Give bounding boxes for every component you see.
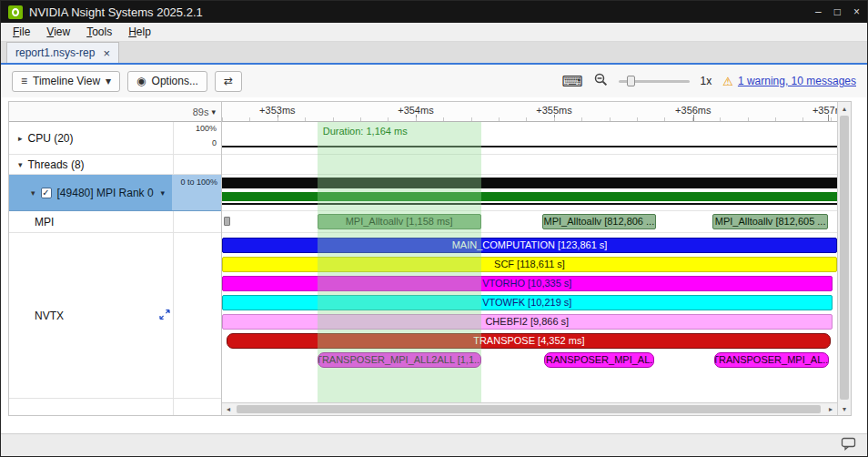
tab-label: report1.nsys-rep — [15, 46, 95, 59]
nvtx-transposer-bar[interactable]: TRANSPOSER_MPI_AL... — [714, 352, 829, 368]
mpi-alltoallv-bar[interactable]: MPI_Alltoallv [812,605 ... — [712, 214, 827, 229]
menu-view[interactable]: View — [38, 24, 78, 40]
mpi-alltoallv-bar[interactable]: MPI_Alltoallv [812,806 ... — [542, 214, 655, 229]
close-button[interactable]: × — [853, 5, 860, 18]
messages-link[interactable]: 1 warning, 10 messages — [738, 75, 856, 87]
duration-label: 89s — [193, 107, 209, 117]
options-icon: ◉ — [136, 75, 146, 87]
options-label: Options... — [152, 75, 198, 87]
scroll-down-icon[interactable]: ▾ — [838, 402, 851, 415]
zoom-slider-thumb[interactable] — [627, 76, 635, 86]
timeline-view: 89s ▾ ▸ CPU (20) 100% 0 ▾ Threads (8) ▾ … — [8, 101, 852, 416]
menu-help[interactable]: Help — [120, 24, 159, 40]
rank-options-caret-icon[interactable]: ▾ — [161, 188, 166, 198]
nvtx-transposer-bar[interactable]: TRANSPOSER_MPI_ALL2ALL [1,1... — [318, 352, 481, 368]
row-cpu[interactable]: ▸ CPU (20) 100% 0 — [9, 122, 221, 155]
nvtx-transposer-bar[interactable]: TRANSPOSER_MPI_AL... — [544, 352, 653, 368]
horizontal-scrollbar[interactable]: ◂ ▸ — [222, 402, 837, 415]
vertical-scrollbar[interactable]: ▴ ▾ — [837, 102, 851, 415]
mpi-event-small[interactable] — [224, 217, 230, 226]
nvidia-logo-icon — [8, 5, 23, 19]
horizontal-scrollbar-thumb[interactable] — [237, 405, 821, 413]
tab-bar: report1.nsys-rep × — [1, 42, 867, 65]
rank-scale: 0 to 100% — [172, 175, 221, 210]
scroll-left-icon[interactable]: ◂ — [222, 403, 235, 415]
nvtx-scf-bar[interactable]: SCF [118,611 s] — [222, 257, 837, 272]
nvtx-vtorho-bar[interactable]: VTORHO [10,335 s] — [222, 276, 833, 291]
row-mpi-rank[interactable]: ▾ ✓ [49480] MPI Rank 0 ▾ 0 to 100% — [9, 175, 221, 211]
chevron-down-icon: ▾ — [106, 75, 111, 87]
scroll-right-icon[interactable]: ▸ — [824, 403, 837, 415]
row-threads[interactable]: ▾ Threads (8) — [9, 155, 221, 175]
nvtx-expand-icon[interactable] — [159, 309, 170, 322]
view-selector-dropdown[interactable]: ≡ Timeline View ▾ — [12, 71, 120, 92]
view-selector-label: Timeline View — [33, 75, 100, 87]
tab-report[interactable]: report1.nsys-rep × — [6, 42, 119, 63]
zoom-out-icon[interactable] — [594, 73, 608, 90]
nvtx-vtowfk-bar[interactable]: VTOWFK [10,219 s] — [222, 295, 833, 310]
status-bar — [1, 433, 867, 456]
vertical-scrollbar-thumb[interactable] — [840, 116, 849, 400]
expand-arrow-icon[interactable]: ▸ — [18, 134, 23, 143]
scroll-up-icon[interactable]: ▴ — [838, 102, 851, 115]
rank-cpu-usage-bar — [222, 178, 837, 188]
collapse-arrow-icon[interactable]: ▾ — [31, 188, 35, 198]
zoom-level-label: 1x — [701, 75, 712, 87]
cpu-utilization-sparkline — [222, 146, 837, 147]
cpu-scale-min: 0 — [212, 138, 217, 147]
app-window: NVIDIA Nsight Systems 2025.2.1 – □ × Fil… — [0, 0, 868, 457]
notifications-icon[interactable] — [841, 437, 856, 454]
timeline-tracks: +353ms +354ms +355ms +356ms +357m — [222, 102, 837, 415]
toolbar: ≡ Timeline View ▾ ◉ Options... ⇄ ⌨ 1x ⚠ … — [1, 65, 867, 97]
minimize-button[interactable]: – — [815, 5, 822, 18]
warning-icon: ⚠ — [722, 75, 733, 88]
minor-ticks — [222, 117, 837, 121]
tab-close-icon[interactable]: × — [103, 47, 110, 59]
keyboard-shortcuts-icon[interactable]: ⌨ — [561, 73, 582, 90]
threads-row-label: Threads (8) — [28, 158, 85, 171]
menu-file[interactable]: File — [5, 24, 38, 40]
rank-utilization-track[interactable] — [222, 175, 837, 211]
compare-button[interactable]: ⇄ — [215, 71, 242, 92]
options-button[interactable]: ◉ Options... — [127, 71, 207, 92]
rank-scale-label: 0 to 100% — [180, 178, 217, 210]
rank-checkbox[interactable]: ✓ — [41, 188, 52, 198]
menu-bar: File View Tools Help — [1, 23, 867, 42]
threads-track[interactable] — [222, 155, 837, 175]
cpu-scale-max: 100% — [196, 124, 217, 133]
messages-area: ⚠ 1 warning, 10 messages — [722, 75, 856, 88]
window-title: NVIDIA Nsight Systems 2025.2.1 — [29, 5, 203, 19]
rank-baseline — [222, 203, 837, 205]
mpi-alltoallv-bar[interactable]: MPI_Alltoallv [1,158 ms] — [318, 214, 481, 229]
zoom-slider[interactable] — [619, 75, 690, 87]
swap-arrows-icon: ⇄ — [224, 75, 233, 87]
menu-tools[interactable]: Tools — [78, 24, 120, 40]
mpi-events-track[interactable]: MPI_Alltoallv [1,158 ms]MPI_Alltoallv [8… — [222, 211, 837, 233]
cpu-scale: 100% 0 — [172, 122, 221, 154]
rank-row-label: [49480] MPI Rank 0 — [57, 187, 154, 199]
row-nvtx[interactable]: NVTX — [9, 233, 221, 399]
nvtx-ranges-track[interactable]: MAIN_COMPUTATION [123,861 s]SCF [118,611… — [222, 233, 837, 399]
cpu-row-label: CPU (20) — [28, 132, 74, 145]
nvtx-transpose-bar[interactable]: TRANSPOSE [4,352 ms] — [227, 333, 831, 349]
maximize-button[interactable]: □ — [834, 5, 841, 18]
duration-dropdown[interactable]: 89s ▾ — [9, 102, 221, 122]
hamburger-icon: ≡ — [21, 75, 27, 87]
title-bar: NVIDIA Nsight Systems 2025.2.1 – □ × — [1, 1, 867, 23]
rank-state-bar — [222, 192, 837, 201]
rows-panel: 89s ▾ ▸ CPU (20) 100% 0 ▾ Threads (8) ▾ … — [9, 102, 222, 415]
cpu-utilization-track[interactable] — [222, 122, 837, 155]
time-ruler[interactable]: +353ms +354ms +355ms +356ms +357m — [222, 102, 837, 122]
mpi-row-label: MPI — [35, 216, 54, 228]
row-mpi[interactable]: MPI — [9, 211, 221, 233]
ruler-tick-label: +357m — [812, 105, 837, 116]
nvtx-chebfi2-bar[interactable]: CHEBFI2 [9,866 s] — [222, 314, 833, 330]
nvtx-main-computation-bar[interactable]: MAIN_COMPUTATION [123,861 s] — [222, 238, 837, 253]
nvtx-row-label: NVTX — [35, 310, 64, 322]
collapse-arrow-icon[interactable]: ▾ — [18, 160, 23, 169]
chevron-down-icon: ▾ — [211, 107, 216, 117]
